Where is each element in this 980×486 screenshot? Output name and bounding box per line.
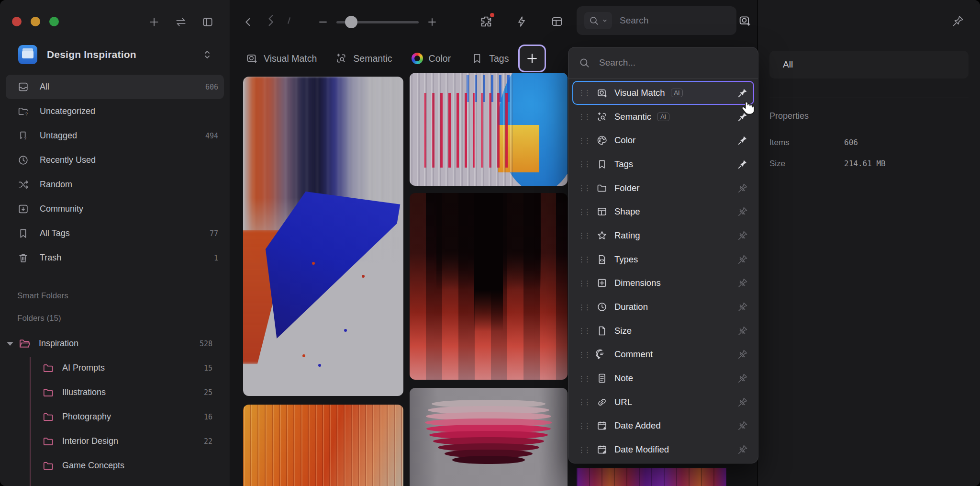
- dropdown-search-input[interactable]: [598, 57, 748, 68]
- pin-off-icon[interactable]: [737, 182, 748, 194]
- pin-icon[interactable]: [737, 158, 748, 170]
- filter-chip-label: Color: [429, 53, 451, 64]
- chevron-down-icon: [601, 17, 608, 24]
- dropdown-item-label: Note: [614, 373, 633, 384]
- filter-chip-visual-match[interactable]: Visual Match: [245, 52, 317, 65]
- filter-chip-tags[interactable]: Tags: [471, 52, 509, 65]
- add-filter-button[interactable]: [518, 45, 546, 72]
- search-scope-selector[interactable]: [584, 12, 612, 29]
- filter-chip-semantic[interactable]: Semantic: [335, 52, 392, 65]
- drag-handle-icon[interactable]: ⋮⋮: [578, 351, 590, 358]
- drag-handle-icon[interactable]: ⋮⋮: [578, 208, 590, 215]
- forward-button[interactable]: [264, 14, 277, 30]
- drag-handle-icon[interactable]: ⋮⋮: [578, 375, 590, 382]
- drag-handle-icon[interactable]: ⋮⋮: [578, 113, 590, 120]
- palette-icon: [596, 135, 608, 146]
- scan-search-icon: [335, 52, 347, 65]
- bookmark-icon: [471, 52, 483, 65]
- dropdown-item-duration[interactable]: ⋮⋮ Duration: [572, 295, 754, 319]
- thumbnail-abstract-blue-orange[interactable]: [243, 77, 403, 396]
- visual-search-camera-icon[interactable]: [738, 14, 751, 27]
- slider-knob[interactable]: [345, 16, 357, 28]
- pin-off-icon[interactable]: [737, 277, 748, 289]
- thumbnail-size-slider[interactable]: [336, 14, 419, 30]
- zoom-in-button[interactable]: [426, 16, 438, 28]
- collection-header[interactable]: All: [769, 51, 969, 79]
- back-button[interactable]: [242, 14, 255, 30]
- thumbnail-stacked-crimson-discs[interactable]: [410, 388, 568, 486]
- dropdown-item-label: Date Modified: [614, 444, 669, 455]
- drag-handle-icon[interactable]: ⋮⋮: [578, 327, 590, 334]
- dropdown-item-label: Tags: [614, 159, 633, 170]
- calendar-plus-icon: [596, 420, 608, 431]
- dropdown-item-label: Shape: [614, 206, 640, 217]
- plugins-button[interactable]: [475, 11, 497, 33]
- pin-icon[interactable]: [737, 135, 748, 146]
- thumbnail-purple-striped[interactable]: [577, 468, 726, 486]
- dropdown-item-date-modified[interactable]: ⋮⋮ Date Modified: [572, 438, 754, 462]
- pin-off-icon[interactable]: [737, 206, 748, 217]
- drag-handle-icon[interactable]: ⋮⋮: [578, 398, 590, 406]
- search-icon: [588, 15, 600, 26]
- dropdown-item-rating[interactable]: ⋮⋮ Rating: [572, 224, 754, 248]
- drag-handle-icon[interactable]: ⋮⋮: [578, 89, 590, 96]
- zoom-out-button[interactable]: [317, 16, 329, 28]
- drag-handle-icon[interactable]: ⋮⋮: [578, 304, 590, 311]
- dropdown-item-size[interactable]: ⋮⋮ Size: [572, 319, 754, 343]
- pin-off-icon[interactable]: [737, 373, 748, 384]
- camera-plus-icon: [596, 87, 608, 99]
- dropdown-item-date-added[interactable]: ⋮⋮ Date Added: [572, 414, 754, 438]
- drag-handle-icon[interactable]: ⋮⋮: [578, 256, 590, 263]
- property-label: Items: [769, 138, 790, 147]
- dropdown-item-shape[interactable]: ⋮⋮ Shape: [572, 200, 754, 224]
- pin-off-icon[interactable]: [737, 349, 748, 360]
- dropdown-item-dimensions[interactable]: ⋮⋮ Dimensions: [572, 271, 754, 295]
- pin-off-icon[interactable]: [737, 420, 748, 431]
- pin-off-icon[interactable]: [737, 325, 748, 337]
- global-search[interactable]: [577, 6, 736, 35]
- dropdown-item-types[interactable]: ⋮⋮ Types: [572, 248, 754, 271]
- pin-off-icon[interactable]: [737, 254, 748, 265]
- file-icon: [596, 325, 608, 337]
- dropdown-item-folder[interactable]: ⋮⋮ Folder: [572, 176, 754, 200]
- shape-layout-icon: [596, 206, 608, 217]
- dropdown-search[interactable]: [568, 47, 758, 79]
- pin-panel-icon[interactable]: [951, 14, 965, 28]
- dropdown-item-comment[interactable]: ⋮⋮ Comment: [572, 343, 754, 367]
- dropdown-item-label: Semantic: [614, 112, 651, 122]
- thumbnail-red-black-columns[interactable]: [410, 193, 568, 380]
- dropdown-item-label: Dimensions: [614, 278, 661, 288]
- drag-handle-icon[interactable]: ⋮⋮: [578, 422, 590, 429]
- dropdown-item-tags[interactable]: ⋮⋮ Tags: [572, 152, 754, 176]
- thumbnail-ribbed-glass-shapes[interactable]: [410, 73, 568, 186]
- drag-handle-icon[interactable]: ⋮⋮: [578, 232, 590, 239]
- drag-handle-icon[interactable]: ⋮⋮: [578, 446, 590, 453]
- pin-off-icon[interactable]: [737, 444, 748, 455]
- pin-off-icon[interactable]: [737, 230, 748, 241]
- pin-off-icon[interactable]: [737, 301, 748, 313]
- drag-handle-icon[interactable]: ⋮⋮: [578, 184, 590, 192]
- pin-icon[interactable]: [737, 87, 748, 99]
- filter-dropdown: ⋮⋮ Visual Match AI ⋮⋮ Semantic AI ⋮⋮ Col…: [568, 47, 758, 463]
- pin-off-icon[interactable]: [737, 396, 748, 408]
- dropdown-item-label: URL: [614, 397, 632, 407]
- filter-chip-color[interactable]: Color: [412, 53, 451, 64]
- panel-divider: [769, 98, 969, 98]
- layout-button[interactable]: [546, 11, 568, 33]
- drag-handle-icon[interactable]: ⋮⋮: [578, 160, 590, 168]
- thumbnail-orange-ribbed[interactable]: [243, 405, 403, 486]
- dropdown-item-color[interactable]: ⋮⋮ Color: [572, 128, 754, 152]
- camera-plus-icon: [245, 52, 258, 65]
- search-input[interactable]: [619, 15, 738, 26]
- dropdown-item-url[interactable]: ⋮⋮ URL: [572, 390, 754, 414]
- drag-handle-icon[interactable]: ⋮⋮: [578, 280, 590, 287]
- quick-actions-button[interactable]: [511, 11, 533, 33]
- property-row-size: Size 214.61 MB: [769, 159, 969, 169]
- star-icon: [596, 230, 608, 241]
- dropdown-item-visual-match[interactable]: ⋮⋮ Visual Match AI: [572, 81, 754, 105]
- filter-chip-label: Visual Match: [264, 53, 317, 64]
- dropdown-item-label: Duration: [614, 302, 648, 312]
- drag-handle-icon[interactable]: ⋮⋮: [578, 137, 590, 144]
- dropdown-item-semantic[interactable]: ⋮⋮ Semantic AI: [572, 105, 754, 129]
- dropdown-item-note[interactable]: ⋮⋮ Note: [572, 366, 754, 390]
